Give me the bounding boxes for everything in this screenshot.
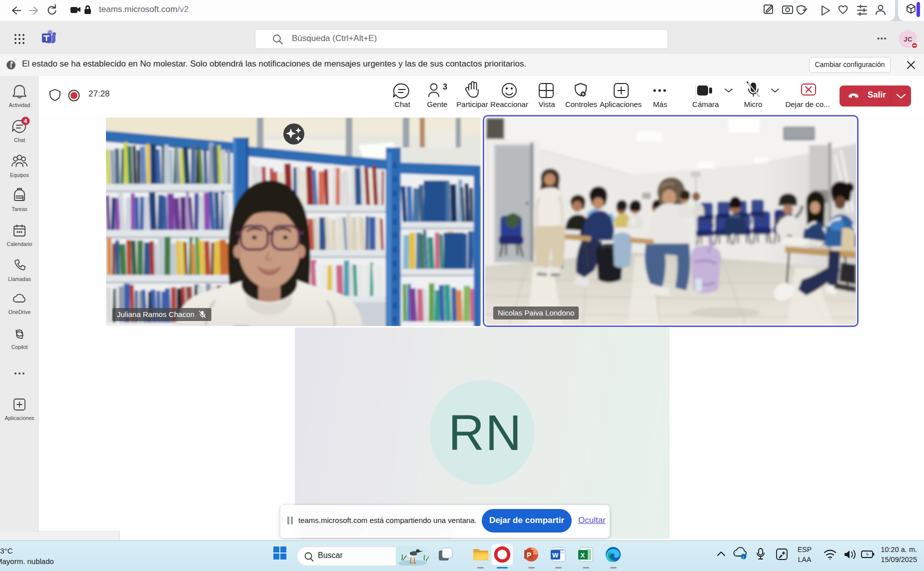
svg-text:Vista: Vista [538, 100, 555, 108]
svg-text:Participar: Participar [456, 100, 488, 108]
svg-text:P: P [527, 551, 531, 559]
svg-text:4: 4 [24, 118, 27, 124]
svg-text:Chat: Chat [394, 100, 411, 108]
svg-text:X: X [581, 552, 585, 559]
svg-text:Gente: Gente [427, 100, 448, 108]
svg-text:Dejar de co...: Dejar de co... [785, 100, 830, 108]
svg-text:Micro: Micro [744, 100, 763, 108]
svg-text:Más: Más [653, 100, 667, 108]
svg-text:Controles: Controles [565, 100, 597, 108]
svg-text:3: 3 [443, 82, 447, 91]
svg-text:Cámara: Cámara [692, 100, 719, 108]
svg-text:Aplicaciones: Aplicaciones [600, 100, 642, 108]
svg-text:W: W [552, 552, 559, 559]
svg-text:Reaccionar: Reaccionar [490, 100, 528, 108]
